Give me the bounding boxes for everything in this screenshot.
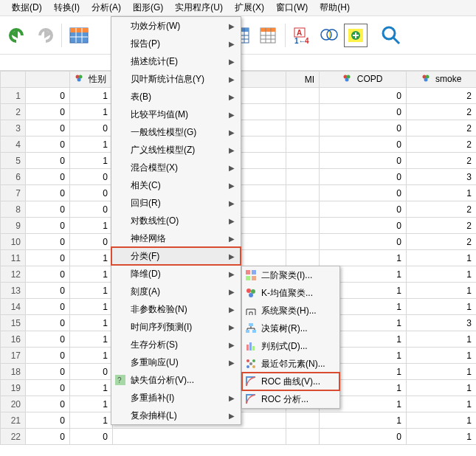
data-view-button[interactable] — [67, 24, 91, 47]
row-header[interactable]: 19 — [1, 380, 26, 396]
cell[interactable]: 1 — [70, 283, 113, 299]
submenu-item-roc[interactable]: ROC 曲线(V)... — [242, 373, 339, 390]
menu-utilities[interactable]: 实用程序(U) — [169, 0, 229, 15]
cell[interactable]: 0 — [26, 283, 70, 299]
row-header[interactable]: 10 — [1, 234, 26, 250]
menu-analyze[interactable]: 分析(A) — [86, 0, 127, 15]
cell[interactable]: 0 — [320, 218, 407, 234]
cell[interactable]: 0 — [26, 412, 70, 429]
cell[interactable]: 2 — [407, 218, 477, 234]
menu-item-multi[interactable]: 多重响应(U)▶ — [111, 353, 241, 371]
menu-window[interactable]: 窗口(W) — [270, 0, 314, 15]
cell[interactable]: 0 — [70, 201, 113, 218]
cell[interactable] — [286, 412, 320, 429]
cell[interactable]: 0 — [26, 185, 70, 201]
menu-item-compare[interactable]: 比较平均值(M)▶ — [111, 106, 241, 123]
menu-item-classify[interactable]: 分类(F)▶ — [111, 247, 241, 265]
column-smoke[interactable]: smoke — [407, 72, 477, 88]
cell[interactable]: 1 — [70, 348, 113, 364]
cell[interactable]: 1 — [407, 396, 477, 412]
cell[interactable]: 0 — [320, 137, 407, 153]
cell[interactable] — [286, 120, 320, 137]
cell[interactable]: 1 — [70, 250, 113, 266]
cell[interactable]: 0 — [70, 234, 113, 250]
cell[interactable]: 0 — [26, 153, 70, 169]
cell[interactable] — [286, 250, 320, 266]
row-header[interactable]: 18 — [1, 364, 26, 380]
cell[interactable]: 2 — [407, 120, 477, 137]
cell[interactable]: 2 — [407, 201, 477, 218]
cell[interactable] — [286, 234, 320, 250]
cell[interactable]: 0 — [26, 234, 70, 250]
cell[interactable]: 1 — [320, 412, 407, 429]
menu-item-gzlm[interactable]: 广义线性模型(Z)▶ — [111, 141, 241, 159]
cell[interactable]: 0 — [26, 315, 70, 331]
cell[interactable]: 2 — [407, 104, 477, 120]
menu-item-tables[interactable]: 表(B)▶ — [111, 88, 241, 106]
cell[interactable]: 0 — [26, 348, 70, 364]
cell[interactable]: 0 — [26, 250, 70, 266]
menu-item-tsf[interactable]: 时间序列预测(I)▶ — [111, 318, 241, 336]
search-button[interactable] — [379, 24, 403, 47]
submenu-item-kmeans[interactable]: K-均值聚类... — [242, 284, 339, 302]
row-header[interactable]: 14 — [1, 299, 26, 315]
cell[interactable] — [286, 185, 320, 201]
cell[interactable]: 1 — [70, 104, 113, 120]
cell[interactable] — [113, 429, 286, 445]
column-mi[interactable]: MI — [286, 72, 320, 88]
cell[interactable]: 1 — [70, 315, 113, 331]
cell[interactable]: 1 — [70, 153, 113, 169]
menu-item-loglin[interactable]: 对数线性(O)▶ — [111, 212, 241, 229]
row-header[interactable]: 21 — [1, 412, 26, 429]
cell[interactable]: 0 — [26, 120, 70, 137]
row-header[interactable]: 9 — [1, 218, 26, 234]
cell[interactable]: 0 — [70, 169, 113, 185]
row-header[interactable]: 6 — [1, 169, 26, 185]
menu-data[interactable]: 数据(D) — [6, 0, 48, 15]
cell[interactable] — [286, 153, 320, 169]
cell[interactable]: 1 — [70, 412, 113, 429]
menu-item-report[interactable]: 报告(P)▶ — [111, 35, 241, 52]
cell[interactable]: 0 — [320, 169, 407, 185]
cell[interactable]: 0 — [26, 88, 70, 104]
cell[interactable]: 1 — [407, 299, 477, 315]
cell[interactable]: 0 — [320, 88, 407, 104]
cell[interactable]: 1 — [407, 429, 477, 445]
cell[interactable]: 1 — [407, 412, 477, 429]
row-header[interactable]: 2 — [1, 104, 26, 120]
cell[interactable]: 0 — [26, 380, 70, 396]
menu-item-corr[interactable]: 相关(C)▶ — [111, 176, 241, 194]
cell[interactable]: 0 — [320, 201, 407, 218]
cell[interactable]: 0 — [70, 185, 113, 201]
cell[interactable]: 1 — [70, 299, 113, 315]
submenu-item-nn[interactable]: 最近邻元素(N)... — [242, 355, 339, 373]
cell[interactable]: 1 — [70, 380, 113, 396]
menu-item-dimred[interactable]: 降维(D)▶ — [111, 265, 241, 283]
row-header[interactable]: 4 — [1, 137, 26, 153]
menu-item-neural[interactable]: 神经网络▶ — [111, 229, 241, 247]
undo-button[interactable] — [6, 24, 30, 47]
cell[interactable]: 2 — [407, 153, 477, 169]
cell[interactable] — [286, 88, 320, 104]
cell[interactable] — [286, 218, 320, 234]
cell[interactable]: 0 — [26, 218, 70, 234]
cell[interactable]: 1 — [407, 283, 477, 299]
cell[interactable]: 0 — [26, 169, 70, 185]
cell[interactable]: 0 — [320, 185, 407, 201]
menu-item-power[interactable]: 功效分析(W)▶ — [111, 17, 241, 35]
column-blank[interactable] — [26, 72, 70, 88]
cell[interactable] — [286, 429, 320, 445]
menu-item-mimp[interactable]: 多重插补(I)▶ — [111, 389, 241, 407]
cell[interactable]: 0 — [320, 120, 407, 137]
cell[interactable]: 1 — [407, 250, 477, 266]
cell[interactable]: 1 — [70, 266, 113, 283]
cell[interactable]: 1 — [70, 218, 113, 234]
menu-item-bayes[interactable]: 贝叶斯统计信息(Y)▶ — [111, 70, 241, 88]
grid-2-button[interactable] — [256, 24, 280, 47]
cell[interactable]: 3 — [407, 169, 477, 185]
cell[interactable] — [286, 201, 320, 218]
row-header[interactable]: 22 — [1, 429, 26, 445]
cell[interactable]: 1 — [407, 331, 477, 348]
menu-graph[interactable]: 图形(G) — [127, 0, 169, 15]
row-header[interactable]: 16 — [1, 331, 26, 348]
